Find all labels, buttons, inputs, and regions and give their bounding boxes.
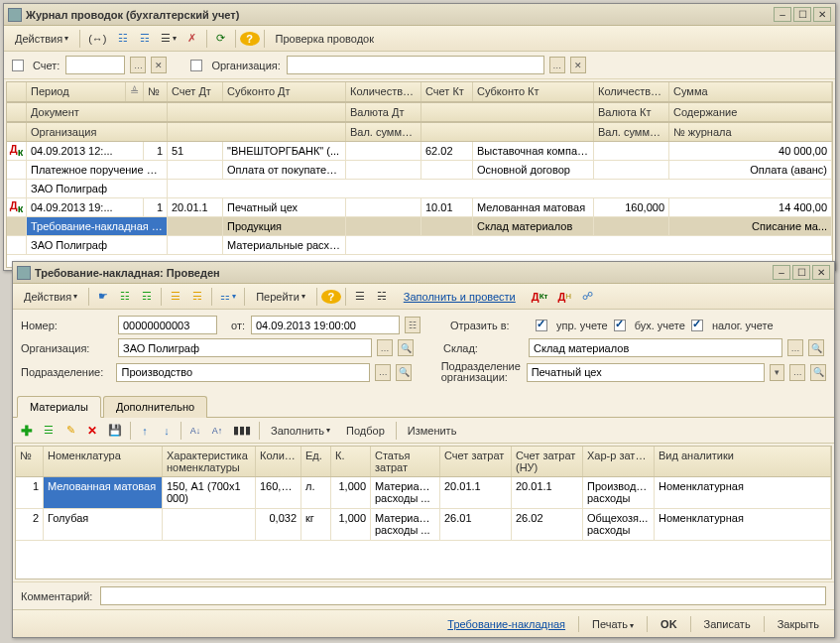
copy-row-icon[interactable]: ☰ (39, 421, 59, 441)
minimize-button[interactable]: – (773, 265, 790, 280)
account-input[interactable] (65, 56, 125, 74)
journal-grid[interactable]: Период ≜ № Счет Дт Субконто Дт Количеств… (6, 81, 833, 268)
find-by-number-icon[interactable]: ☷ (113, 29, 133, 49)
account-select-button[interactable]: … (130, 57, 146, 73)
fill-and-post-link[interactable]: Заполнить и провести (404, 291, 516, 303)
filter-icon[interactable]: ☶ (135, 29, 155, 49)
col-acc[interactable]: Счет затрат (440, 447, 512, 476)
move-down-icon[interactable]: ↓ (157, 421, 177, 441)
dept-search-button[interactable]: 🔍 (396, 364, 412, 381)
col-qty-dt[interactable]: Количество ... (346, 82, 421, 101)
col-njour[interactable]: № журнала (669, 123, 832, 141)
table-row[interactable]: ЗАО Полиграф Материальные расхо... (7, 236, 832, 255)
post-close-icon[interactable]: ☶ (137, 287, 157, 307)
save-button[interactable]: Записать (695, 614, 760, 634)
col-kind[interactable]: Хар-р затрат (583, 447, 655, 476)
col-sub-kt[interactable]: Субконто Кт (473, 82, 594, 101)
dtkt-icon[interactable]: ДКт (528, 287, 552, 307)
dept-org-drop-button[interactable]: ▾ (770, 364, 785, 381)
dept-select-button[interactable]: … (375, 364, 391, 381)
table-row[interactable]: ЗАО Полиграф (7, 180, 832, 198)
col-nomen[interactable]: Номенклатура (44, 447, 163, 476)
table-row[interactable]: Требование-накладная 0... Продукция Скла… (7, 217, 832, 236)
col-k[interactable]: К. (331, 447, 371, 476)
acct-checkbox[interactable] (614, 320, 626, 331)
table-row[interactable]: Дк 04.09.2013 19:... 1 20.01.1 Печатный … (7, 198, 832, 217)
table-row[interactable]: 1 Мелованная матовая 150, А1 (700х1 000)… (16, 477, 831, 509)
dept-input[interactable]: Производство (116, 363, 370, 382)
col-document[interactable]: Документ (27, 103, 168, 121)
org-select-button[interactable]: … (377, 339, 393, 356)
col-val-dt[interactable]: Валюта Дт (346, 103, 421, 121)
close-button[interactable]: ✕ (813, 7, 831, 22)
dtkt-n-icon[interactable]: ДН (553, 287, 575, 307)
refresh-icon[interactable]: ⟳ (211, 29, 231, 49)
mgmt-checkbox[interactable] (536, 320, 547, 331)
selection-icon[interactable]: ☰ (157, 29, 180, 49)
sort-asc-icon[interactable]: A↓ (185, 421, 205, 441)
col-acc-nu[interactable]: Счет затрат (НУ) (512, 447, 583, 476)
clear-filter-icon[interactable]: ✗ (182, 29, 202, 49)
calendar-button[interactable]: ☷ (405, 317, 420, 333)
close-button[interactable]: Закрыть (769, 614, 828, 634)
tab-extra[interactable]: Дополнительно (103, 396, 207, 418)
select-button[interactable]: Подбор (339, 421, 392, 441)
col-acc-dt[interactable]: Счет Дт (168, 82, 223, 101)
comment-input[interactable] (100, 586, 826, 605)
org-search-button[interactable]: 🔍 (398, 339, 414, 356)
tax-checkbox[interactable] (691, 320, 703, 331)
help-icon[interactable]: ? (240, 32, 260, 46)
warehouse-input[interactable]: Склад материалов (529, 338, 782, 357)
warehouse-select-button[interactable]: … (787, 339, 803, 356)
maximize-button[interactable]: ☐ (793, 7, 811, 22)
list-icon[interactable]: ☰ (350, 287, 370, 307)
date-input[interactable]: 04.09.2013 19:00:00 (251, 316, 400, 334)
table-row[interactable]: Платежное поручение вхо... Оплата от пок… (7, 161, 832, 180)
actions-menu[interactable]: Действия (8, 29, 75, 49)
col-qty[interactable]: Колич... (256, 447, 301, 476)
delete-row-icon[interactable]: ✕ (82, 421, 102, 441)
account-checkbox[interactable] (12, 60, 24, 71)
structure-icon[interactable]: ⚏ (216, 287, 240, 307)
table-row[interactable]: 2 Голубая 0,032 кг 1,000 Материаль... ра… (16, 509, 831, 541)
post-icon[interactable]: ☛ (93, 287, 113, 307)
close-button[interactable]: ✕ (812, 265, 830, 280)
org-checkbox[interactable] (190, 60, 202, 71)
col-unit[interactable]: Ед. (301, 447, 331, 476)
doc-link[interactable]: Требование-накладная (438, 614, 574, 634)
org-clear-button[interactable]: ✕ (570, 57, 586, 73)
tree-icon[interactable]: ☵ (372, 287, 392, 307)
goto-menu[interactable]: Перейти (249, 287, 312, 307)
print-button[interactable]: Печать (583, 614, 643, 634)
col-sum[interactable]: Сумма (669, 82, 832, 101)
tab-materials[interactable]: Материалы (17, 396, 101, 418)
col-char[interactable]: Характеристика номенклатуры (163, 447, 256, 476)
col-vsum-dt[interactable]: Вал. сумма ... (346, 123, 421, 141)
minimize-button[interactable]: – (774, 7, 791, 22)
account-clear-button[interactable]: ✕ (151, 57, 167, 73)
fill-menu[interactable]: Заполнить (264, 421, 337, 441)
col-val-kt[interactable]: Валюта Кт (594, 103, 669, 121)
col-article[interactable]: Статья затрат (371, 447, 440, 476)
col-qty-kt[interactable]: Количество ... (594, 82, 669, 101)
sort-desc-icon[interactable]: A↑ (207, 421, 227, 441)
dept-org-search-button[interactable]: 🔍 (810, 364, 826, 381)
save-icon[interactable]: 💾 (104, 421, 126, 441)
check-entries-button[interactable]: Проверка проводок (269, 29, 381, 49)
org-select-button[interactable]: … (549, 57, 565, 73)
col-sub-dt[interactable]: Субконто Дт (223, 82, 346, 101)
add-row-icon[interactable]: ✚ (17, 421, 37, 441)
sort-icon[interactable]: ≜ (126, 82, 144, 101)
edit-row-icon[interactable]: ✎ (60, 421, 80, 441)
col-content[interactable]: Содержание (669, 103, 832, 121)
dept-org-input[interactable]: Печатный цех (527, 363, 765, 382)
col-acc-kt[interactable]: Счет Кт (421, 82, 473, 101)
maximize-button[interactable]: ☐ (792, 265, 810, 280)
ok-button[interactable]: OK (652, 614, 686, 634)
materials-grid[interactable]: № Номенклатура Характеристика номенклату… (15, 446, 832, 579)
org-input[interactable] (287, 56, 544, 74)
col-num[interactable]: № (16, 447, 44, 476)
barcode-icon[interactable]: ▮▮▮ (229, 421, 255, 441)
col-org[interactable]: Организация (27, 123, 168, 141)
number-input[interactable]: 00000000003 (118, 316, 217, 334)
